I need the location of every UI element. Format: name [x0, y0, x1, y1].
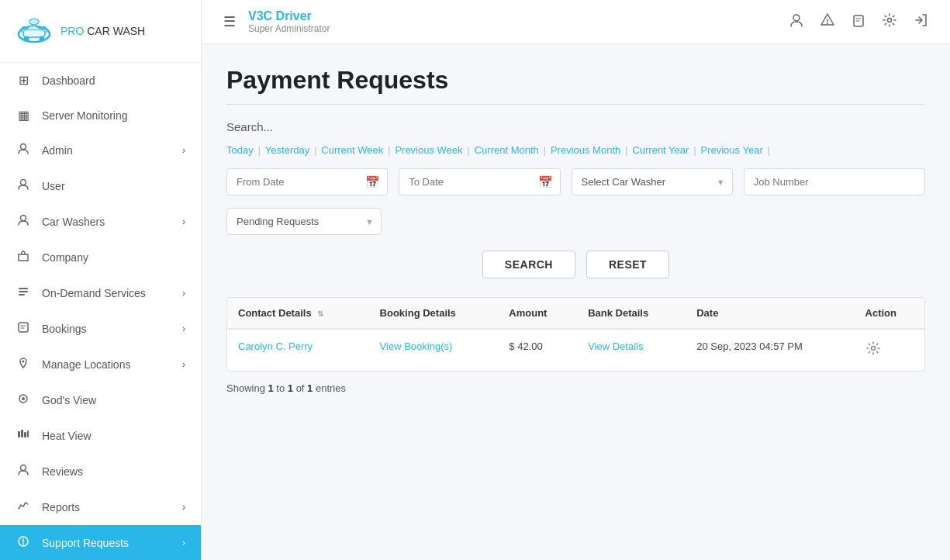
- manage-locations-icon: [16, 357, 31, 372]
- sidebar-item-label: God's View: [42, 394, 96, 406]
- svg-rect-9: [19, 288, 28, 289]
- server-monitoring-icon: ▦: [16, 108, 31, 123]
- booking-link[interactable]: View Booking(s): [380, 340, 453, 352]
- chevron-right-icon: ›: [182, 216, 185, 227]
- logout-icon[interactable]: [913, 12, 928, 32]
- sidebar-item-label: Support Requests: [42, 537, 129, 549]
- car-washer-select[interactable]: Select Car Washer: [572, 168, 733, 195]
- profile-icon[interactable]: [789, 12, 804, 32]
- alert-icon[interactable]: [820, 12, 835, 32]
- search-label: Search...: [226, 120, 925, 133]
- edit-icon[interactable]: [851, 12, 866, 32]
- filter-previous-month[interactable]: Previous Month: [551, 144, 620, 156]
- sidebar-item-server-monitoring[interactable]: ▦ Server Monitoring: [0, 98, 201, 133]
- action-gear-icon[interactable]: [865, 340, 881, 360]
- car-washer-wrap: Select Car Washer ▼: [572, 168, 733, 195]
- svg-rect-10: [19, 291, 28, 292]
- sidebar-item-gods-view[interactable]: God's View: [0, 382, 201, 418]
- chevron-right-icon: ›: [182, 145, 185, 156]
- header-icons: [789, 12, 928, 32]
- pending-row: Pending Requests Approved Rejected ▼: [226, 208, 925, 235]
- filter-current-week[interactable]: Current Week: [321, 144, 383, 156]
- job-number-input[interactable]: [744, 168, 925, 195]
- support-requests-icon: [16, 535, 31, 551]
- contact-link[interactable]: Carolyn C. Perry: [238, 340, 313, 352]
- sidebar-item-label: Car Washers: [42, 216, 105, 228]
- search-button[interactable]: SEARCH: [482, 251, 575, 278]
- hamburger-menu-icon[interactable]: ☰: [223, 13, 236, 30]
- logo: PRO CAR WASH: [0, 0, 201, 63]
- from-date-input[interactable]: [226, 168, 388, 195]
- gods-view-icon: [16, 392, 31, 408]
- to-num: 1: [288, 382, 293, 394]
- filter-current-month[interactable]: Current Month: [475, 144, 539, 156]
- sidebar-item-manage-locations[interactable]: Manage Locations ›: [0, 347, 201, 382]
- cell-contact: Carolyn C. Perry: [227, 329, 369, 371]
- header-role: Super Administrator: [248, 23, 776, 34]
- svg-rect-18: [24, 432, 26, 437]
- on-demand-icon: [16, 285, 31, 301]
- sidebar-item-user[interactable]: User: [0, 168, 201, 204]
- pending-requests-select[interactable]: Pending Requests Approved Rejected: [226, 208, 382, 235]
- heat-view-icon: [16, 428, 31, 444]
- sidebar-item-label: Company: [42, 251, 88, 264]
- filter-current-year[interactable]: Current Year: [632, 144, 689, 156]
- to-date-wrap: 📅: [399, 168, 560, 195]
- sidebar-item-support-requests[interactable]: Support Requests ›: [0, 525, 201, 560]
- date-filter-row: Today | Yesterday | Current Week | Previ…: [226, 144, 925, 156]
- sidebar-item-car-washers[interactable]: Car Washers ›: [0, 204, 201, 240]
- sidebar-item-on-demand-services[interactable]: On-Demand Services ›: [0, 275, 201, 311]
- logo-pro: PRO: [60, 25, 84, 37]
- header-driver-name: V3C Driver: [248, 9, 776, 23]
- filter-yesterday[interactable]: Yesterday: [265, 144, 309, 156]
- filter-today[interactable]: Today: [226, 144, 254, 156]
- to-date-input[interactable]: [399, 168, 560, 195]
- sidebar-item-reviews[interactable]: Reviews: [0, 454, 201, 489]
- car-washers-icon: [16, 214, 31, 230]
- svg-point-7: [21, 216, 26, 221]
- reviews-icon: [16, 464, 31, 479]
- sidebar-item-label: Bookings: [42, 323, 87, 335]
- sidebar: PRO CAR WASH ⊞ Dashboard ▦ Server Monito…: [0, 0, 202, 560]
- sidebar-item-label: Admin: [42, 144, 73, 157]
- svg-rect-16: [18, 431, 20, 437]
- settings-icon[interactable]: [882, 12, 897, 32]
- sidebar-item-label: Server Monitoring: [42, 109, 128, 122]
- sort-icon[interactable]: ⇅: [317, 309, 323, 318]
- cell-amount: $ 42.00: [498, 329, 577, 371]
- user-icon: [16, 178, 31, 194]
- showing-label: Showing: [226, 382, 268, 394]
- col-amount: Amount: [498, 298, 577, 329]
- from-num: 1: [268, 382, 273, 394]
- svg-rect-19: [27, 430, 29, 437]
- pagination-info: Showing 1 to 1 of 1 entries: [226, 382, 925, 394]
- filter-previous-week[interactable]: Previous Week: [395, 144, 462, 156]
- svg-rect-12: [19, 323, 28, 332]
- col-booking-details: Booking Details: [369, 298, 499, 329]
- content-area: Payment Requests Search... Today | Yeste…: [202, 44, 950, 560]
- sidebar-item-label: Reviews: [42, 465, 83, 478]
- sidebar-item-label: Reports: [42, 501, 80, 513]
- svg-rect-11: [19, 294, 25, 296]
- svg-point-25: [871, 347, 875, 351]
- chevron-right-icon: ›: [182, 538, 185, 548]
- sidebar-item-label: On-Demand Services: [42, 287, 146, 299]
- sidebar-item-label: Heat View: [42, 430, 92, 442]
- from-date-wrap: 📅: [226, 168, 388, 195]
- company-icon: [16, 250, 31, 265]
- col-bank-details: Bank Details: [577, 298, 686, 329]
- table-row: Carolyn C. Perry View Booking(s) $ 42.00…: [227, 329, 924, 371]
- sidebar-item-bookings[interactable]: Bookings ›: [0, 311, 201, 347]
- dashboard-icon: ⊞: [16, 73, 31, 88]
- bank-details-link[interactable]: View Details: [588, 340, 643, 352]
- reset-button[interactable]: RESET: [586, 251, 669, 278]
- sidebar-item-reports[interactable]: Reports ›: [0, 489, 201, 525]
- sidebar-item-admin[interactable]: Admin ›: [0, 133, 201, 168]
- chevron-right-icon: ›: [182, 288, 185, 299]
- sidebar-item-label: User: [42, 180, 65, 192]
- sidebar-item-dashboard[interactable]: ⊞ Dashboard: [0, 63, 201, 98]
- svg-point-5: [21, 144, 26, 150]
- filter-previous-year[interactable]: Previous Year: [701, 144, 763, 156]
- sidebar-item-company[interactable]: Company: [0, 240, 201, 275]
- sidebar-item-heat-view[interactable]: Heat View: [0, 418, 201, 454]
